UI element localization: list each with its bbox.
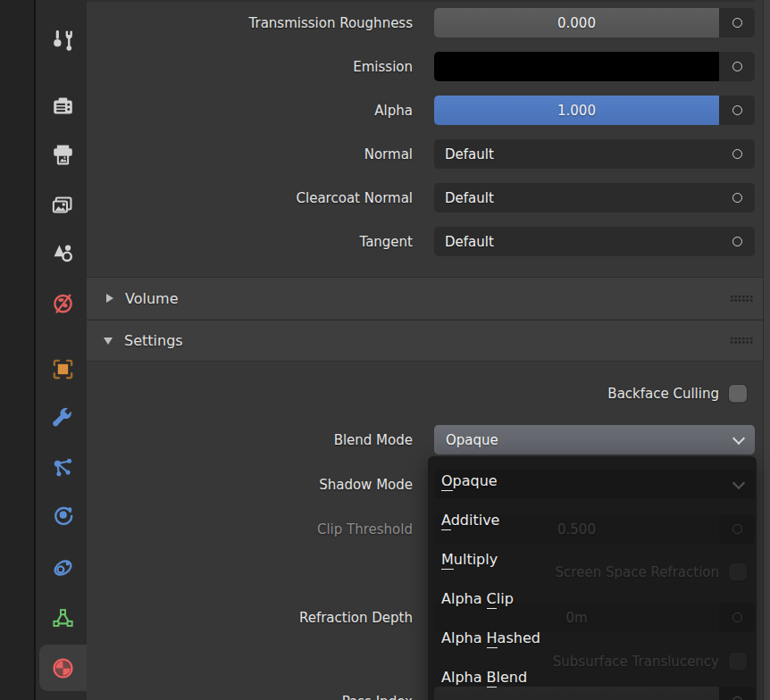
property-label: Clip Threshold — [87, 521, 413, 538]
alpha-field: 1.000 — [434, 96, 755, 125]
alpha-row: Alpha 1.000 — [87, 96, 755, 125]
decorator-dot-icon — [732, 149, 742, 159]
decorator-dot-icon — [732, 237, 742, 246]
panel-title: Settings — [124, 332, 183, 349]
dropdown-value: Opaque — [446, 432, 498, 448]
collapse-arrow-down-icon — [104, 338, 113, 345]
tab-constraints[interactable] — [39, 544, 87, 590]
property-label: Emission — [87, 59, 413, 75]
menu-item-multiply[interactable]: Multiply — [428, 539, 757, 579]
alpha-slider[interactable]: 1.000 — [434, 96, 719, 125]
normal-field: Default — [434, 139, 755, 169]
backface-culling-checkbox[interactable] — [729, 385, 747, 403]
modifier-wrench-icon — [50, 405, 76, 431]
dropdown-value: Default — [445, 234, 494, 250]
dropdown-value: Default — [445, 190, 494, 206]
tab-modifiers[interactable] — [39, 395, 87, 441]
menu-item-label: Multiply — [441, 551, 498, 568]
blender-properties-editor: Transmission Roughness 0.000 Emission Al… — [0, 0, 770, 700]
property-label: Refraction Depth — [87, 610, 413, 626]
tangent-dropdown[interactable]: Default — [434, 227, 719, 256]
property-label: Tangent — [87, 234, 413, 250]
menu-item-alpha-hashed[interactable]: Alpha Hashed — [428, 618, 757, 657]
material-sphere-icon — [50, 655, 76, 681]
decorator-button[interactable] — [719, 52, 755, 81]
property-label: Clearcoat Normal — [87, 190, 413, 206]
menu-item-label: Additive — [441, 512, 499, 529]
view-layer-images-icon — [50, 191, 76, 217]
tab-particles[interactable] — [39, 444, 87, 490]
panel-drag-grip-icon[interactable] — [730, 337, 753, 345]
decorator-button[interactable] — [719, 139, 755, 169]
clearcoat-normal-row: Clearcoat Normal Default — [87, 183, 755, 212]
menu-item-label: Alpha Hashed — [441, 629, 540, 646]
constraints-icon — [50, 554, 76, 580]
menu-item-alpha-blend[interactable]: Alpha Blend — [428, 657, 757, 696]
decorator-dot-icon — [732, 105, 742, 115]
world-globe-icon — [50, 290, 76, 316]
decorator-dot-icon — [732, 193, 742, 203]
normal-row: Normal Default — [87, 139, 755, 169]
property-label: Blend Mode — [87, 432, 413, 448]
tab-output[interactable] — [39, 131, 87, 178]
menu-item-alpha-clip[interactable]: Alpha Clip — [428, 579, 757, 618]
decorator-button[interactable] — [719, 8, 755, 38]
object-icon — [50, 356, 76, 382]
tab-view-layer[interactable] — [39, 180, 87, 227]
property-label: Shadow Mode — [87, 477, 413, 493]
tab-tool[interactable] — [39, 17, 87, 63]
scrollbar[interactable] — [763, 0, 770, 700]
transmission-roughness-slider[interactable]: 0.000 — [434, 8, 719, 38]
blend-mode-dropdown[interactable]: Opaque — [434, 425, 755, 454]
property-label: Normal — [87, 146, 413, 162]
panel-header-settings[interactable]: Settings — [87, 320, 764, 362]
backface-culling-row: Backface Culling — [87, 385, 747, 403]
panel-header-volume[interactable]: Volume — [87, 277, 764, 319]
physics-icon — [50, 503, 76, 529]
tangent-row: Tangent Default — [87, 227, 755, 256]
tab-material[interactable] — [39, 645, 87, 691]
menu-item-label: Alpha Clip — [441, 590, 514, 607]
tab-render[interactable] — [39, 82, 87, 129]
clearcoat-normal-field: Default — [434, 183, 755, 212]
emission-color-swatch[interactable] — [434, 52, 719, 81]
transmission-roughness-row: Transmission Roughness 0.000 — [87, 8, 755, 38]
panel-separator — [87, 0, 755, 2]
panel-drag-grip-icon[interactable] — [730, 295, 753, 303]
scene-icon — [50, 240, 76, 266]
chevron-down-icon — [732, 431, 745, 444]
menu-item-label: Alpha Blend — [441, 669, 527, 686]
decorator-button[interactable] — [719, 183, 755, 212]
property-label: Alpha — [87, 103, 413, 119]
menu-item-additive[interactable]: Additive — [428, 500, 757, 539]
tab-physics[interactable] — [39, 492, 87, 538]
menu-item-opaque[interactable]: Opaque — [428, 461, 757, 500]
collapse-arrow-right-icon — [106, 294, 113, 303]
object-data-mesh-icon — [50, 605, 76, 631]
decorator-button[interactable] — [719, 227, 755, 256]
transmission-roughness-field: 0.000 — [434, 8, 755, 38]
checkbox-label: Backface Culling — [87, 386, 719, 402]
particles-icon — [50, 454, 76, 480]
tab-scene[interactable] — [39, 229, 87, 276]
property-label: Pass Index — [87, 694, 413, 700]
tangent-field: Default — [434, 227, 755, 256]
adjacent-editor-edge — [0, 0, 34, 700]
tab-object-data[interactable] — [39, 595, 87, 641]
decorator-dot-icon — [732, 18, 742, 28]
slider-value: 1.000 — [557, 103, 596, 119]
blend-mode-menu: Opaque Additive Multiply Alpha Clip Alph… — [428, 456, 757, 700]
decorator-button[interactable] — [719, 96, 755, 125]
menu-item-label: Opaque — [441, 472, 498, 489]
tab-world[interactable] — [39, 279, 87, 326]
tab-object[interactable] — [39, 346, 87, 392]
output-printer-icon — [50, 142, 76, 168]
tool-icon — [50, 28, 76, 54]
slider-value: 0.000 — [557, 15, 596, 31]
normal-dropdown[interactable]: Default — [434, 139, 719, 169]
emission-row: Emission — [87, 52, 755, 81]
property-label: Transmission Roughness — [87, 15, 413, 31]
clearcoat-normal-dropdown[interactable]: Default — [434, 183, 719, 212]
blend-mode-row: Blend Mode Opaque — [87, 425, 755, 454]
panel-title: Volume — [125, 290, 179, 307]
